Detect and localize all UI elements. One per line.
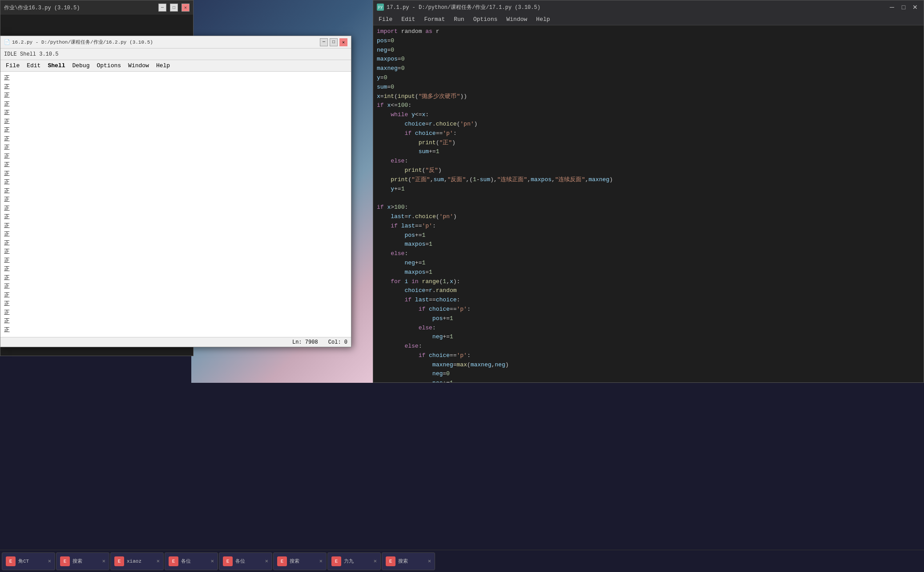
taskbar-label-5: 搜索 bbox=[290, 558, 299, 564]
taskbar-item-6[interactable]: E 力九 ✕ bbox=[327, 552, 381, 570]
code-line-2: pos=0 bbox=[377, 37, 920, 46]
taskbar-icon-6: E bbox=[331, 556, 341, 566]
taskbar-close-7[interactable]: ✕ bbox=[428, 558, 431, 564]
code-menu-edit[interactable]: Edit bbox=[398, 15, 419, 24]
code-line-26: neg+=1 bbox=[377, 259, 920, 268]
code-line-5: maxneg=0 bbox=[377, 64, 920, 73]
code-line-25: else: bbox=[377, 249, 920, 259]
taskbar-close-5[interactable]: ✕ bbox=[319, 558, 323, 564]
taskbar-item-4[interactable]: E 各位 ✕ bbox=[219, 552, 272, 570]
taskbar-icon-0: E bbox=[6, 556, 16, 566]
code-menu-window[interactable]: Window bbox=[503, 15, 531, 24]
file-icon: py bbox=[377, 4, 384, 11]
code-line-8: x=int(input("抛多少次硬币")) bbox=[377, 92, 920, 101]
taskbar-icon-5: E bbox=[277, 556, 287, 566]
code-line-29: choice=r.random bbox=[377, 286, 920, 296]
status-sep bbox=[322, 339, 325, 345]
code-line-17: print("正面",sum,"反面",(1-sum),"连续正面",maxpo… bbox=[377, 175, 920, 185]
code-line-21: last=r.choice('pn') bbox=[377, 212, 920, 222]
taskbar-label-0: 角CT bbox=[18, 558, 29, 564]
shell-tab-label: 16.2.py - D:/python/课程任务/作业/16.2.py (3.1… bbox=[12, 39, 153, 45]
taskbar-label-6: 力九 bbox=[344, 558, 354, 564]
code-editor-titlebar: py 17.1.py - D:/python/课程任务/作业/17.1.py (… bbox=[373, 0, 924, 14]
shell-maximize-btn[interactable]: □ bbox=[330, 38, 338, 46]
taskbar-close-4[interactable]: ✕ bbox=[265, 558, 268, 564]
code-editor-controls: ─ □ ✕ bbox=[887, 2, 920, 12]
taskbar-icon-1: E bbox=[60, 556, 70, 566]
maximize-btn[interactable]: □ bbox=[170, 4, 178, 12]
shell-title-row: IDLE Shell 3.10.5 bbox=[0, 49, 351, 60]
taskbar: E 角CT ✕ E 搜索 ✕ E xiaoz ✕ E 各位 ✕ E 各位 ✕ E… bbox=[0, 550, 924, 572]
code-line-9: if x<=100: bbox=[377, 101, 920, 110]
shell-titlebar: 📄 16.2.py - D:/python/课程任务/作业/16.2.py (3… bbox=[0, 36, 351, 49]
code-line-30: if last==choice: bbox=[377, 296, 920, 305]
menu-help[interactable]: Help bbox=[153, 61, 174, 70]
code-line-31: if choice=='p': bbox=[377, 305, 920, 314]
taskbar-label-4: 各位 bbox=[235, 558, 245, 564]
code-close-btn[interactable]: ✕ bbox=[910, 2, 920, 12]
code-menu-options[interactable]: Options bbox=[470, 15, 501, 24]
code-editor-title: 17.1.py - D:/python/课程任务/作业/17.1.py (3.1… bbox=[387, 4, 541, 11]
taskbar-close-0[interactable]: ✕ bbox=[48, 558, 51, 564]
taskbar-close-1[interactable]: ✕ bbox=[102, 558, 105, 564]
taskbar-close-3[interactable]: ✕ bbox=[211, 558, 214, 564]
code-maximize-btn[interactable]: □ bbox=[899, 2, 908, 12]
minimize-btn[interactable]: ─ bbox=[158, 4, 166, 12]
close-btn[interactable]: ✕ bbox=[182, 4, 190, 12]
taskbar-icon-7: E bbox=[386, 556, 395, 566]
code-content[interactable]: import random as r pos=0 neg=0 maxpos=0 … bbox=[373, 25, 924, 382]
code-minimize-btn[interactable]: ─ bbox=[887, 2, 897, 12]
code-menu-run[interactable]: Run bbox=[450, 15, 468, 24]
code-menu-help[interactable]: Help bbox=[533, 15, 553, 24]
taskbar-close-6[interactable]: ✕ bbox=[374, 558, 377, 564]
code-line-22: if last=='p': bbox=[377, 222, 920, 231]
shell-minimize-btn[interactable]: ─ bbox=[320, 38, 328, 46]
code-line-12: if choice=='p': bbox=[377, 129, 920, 138]
menu-shell[interactable]: Shell bbox=[44, 61, 69, 70]
code-line-27: maxpos=1 bbox=[377, 268, 920, 277]
shell-window: 📄 16.2.py - D:/python/课程任务/作业/16.2.py (3… bbox=[0, 36, 351, 347]
taskbar-label-7: 搜索 bbox=[398, 558, 408, 564]
code-menu-file[interactable]: File bbox=[375, 15, 396, 24]
code-line-36: if choice=='p': bbox=[377, 351, 920, 361]
taskbar-item-0[interactable]: E 角CT ✕ bbox=[2, 552, 55, 570]
code-line-39: pos+=1 bbox=[377, 379, 920, 382]
taskbar-item-3[interactable]: E 各位 ✕ bbox=[165, 552, 218, 570]
taskbar-icon-4: E bbox=[223, 556, 233, 566]
taskbar-item-1[interactable]: E 搜索 ✕ bbox=[56, 552, 109, 570]
code-menu-format[interactable]: Format bbox=[420, 15, 448, 24]
taskbar-item-5[interactable]: E 搜索 ✕ bbox=[273, 552, 327, 570]
code-line-32: pos+=1 bbox=[377, 314, 920, 324]
menu-debug[interactable]: Debug bbox=[69, 61, 93, 70]
taskbar-icon-3: E bbox=[169, 556, 178, 566]
shell-close-btn[interactable]: ✕ bbox=[339, 38, 347, 46]
menu-file[interactable]: File bbox=[2, 61, 23, 70]
code-line-23: pos+=1 bbox=[377, 231, 920, 240]
code-line-15: else: bbox=[377, 157, 920, 166]
code-line-34: neg+=1 bbox=[377, 333, 920, 342]
shell-win-controls[interactable]: ─ □ ✕ bbox=[320, 38, 347, 46]
taskbar-close-2[interactable]: ✕ bbox=[157, 558, 160, 564]
code-line-33: else: bbox=[377, 324, 920, 333]
code-line-35: else: bbox=[377, 342, 920, 351]
shell-content-area[interactable]: 正 正 正 正 正 正 正 正 正 正 正 正 正 正 正 正 正 正 正 正 … bbox=[0, 72, 351, 334]
taskbar-label-3: 各位 bbox=[181, 558, 191, 564]
code-line-14: sum+=1 bbox=[377, 147, 920, 157]
menu-window[interactable]: Window bbox=[125, 61, 153, 70]
code-editor-window: py 17.1.py - D:/python/课程任务/作业/17.1.py (… bbox=[373, 0, 924, 383]
taskbar-label-1: 搜索 bbox=[73, 558, 82, 564]
menu-edit[interactable]: Edit bbox=[23, 61, 44, 70]
bg-editor-titlebar: 作业\作业16.3.py (3.10.5) ─ □ ✕ bbox=[0, 0, 193, 15]
taskbar-icon-2: E bbox=[114, 556, 124, 566]
code-area[interactable]: import random as r pos=0 neg=0 maxpos=0 … bbox=[373, 25, 924, 382]
status-col: Col: 0 bbox=[328, 339, 347, 345]
code-line-4: maxpos=0 bbox=[377, 55, 920, 64]
menu-options[interactable]: Options bbox=[93, 61, 125, 70]
code-line-13: print("正") bbox=[377, 138, 920, 148]
shell-title-text: IDLE Shell 3.10.5 bbox=[4, 51, 58, 57]
taskbar-item-2[interactable]: E xiaoz ✕ bbox=[110, 552, 164, 570]
shell-menubar: File Edit Shell Debug Options Window Hel… bbox=[0, 60, 351, 72]
taskbar-item-7[interactable]: E 搜索 ✕ bbox=[382, 552, 435, 570]
code-editor-menubar: File Edit Format Run Options Window Help bbox=[373, 14, 924, 25]
code-line-16: print("反") bbox=[377, 166, 920, 175]
